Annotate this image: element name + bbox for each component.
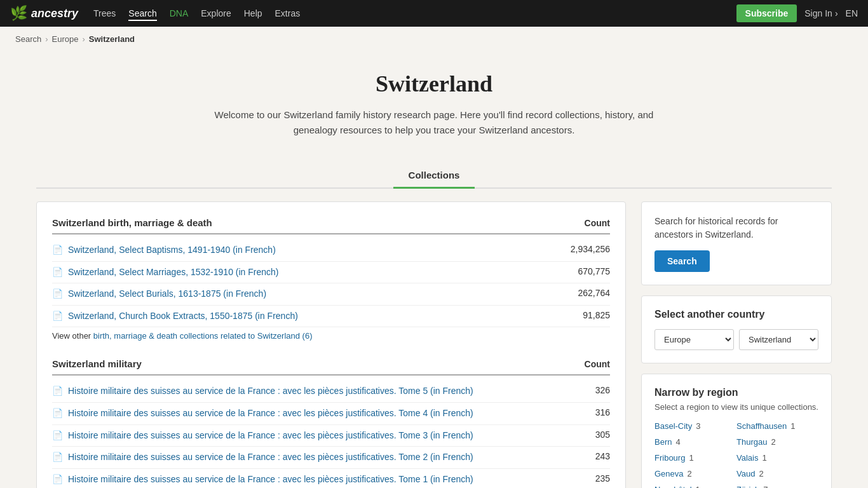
breadcrumb-current: Switzerland xyxy=(89,34,135,44)
birth-row-4: 📄 Switzerland, Church Book Extracts, 155… xyxy=(52,306,610,328)
right-panel: Search for historical records for ancest… xyxy=(641,201,832,488)
subscribe-button[interactable]: Subscribe xyxy=(736,4,797,22)
region-cell-basel: Basel-City 3 xyxy=(654,419,736,433)
military-row-2: 📄 Histoire militaire des suisses au serv… xyxy=(52,403,610,425)
birth-view-other: View other birth, marriage & death colle… xyxy=(52,331,610,341)
nav-explore[interactable]: Explore xyxy=(201,6,231,21)
birth-row-1: 📄 Switzerland, Select Baptisms, 1491-194… xyxy=(52,240,610,262)
region-cell-neuchatel: Neuchâtel 1 xyxy=(654,483,736,488)
region-count-basel: 3 xyxy=(696,421,700,431)
region-grid: Basel-City 3 Schaffhausen 1 Bern 4 Thurg… xyxy=(654,419,818,488)
military-count-3: 305 xyxy=(585,430,610,440)
main-content: Switzerland Welcome to our Switzerland f… xyxy=(21,51,847,488)
region-count-schaffhausen: 1 xyxy=(790,421,795,431)
military-link-1[interactable]: Histoire militaire des suisses au servic… xyxy=(68,385,473,398)
region-link-zurich[interactable]: Zürich xyxy=(736,485,759,488)
birth-row-3: 📄 Switzerland, Select Burials, 1613-1875… xyxy=(52,283,610,306)
military-count-4: 243 xyxy=(585,451,610,461)
military-row-3: 📄 Histoire militaire des suisses au serv… xyxy=(52,425,610,447)
military-link-4[interactable]: Histoire militaire des suisses au servic… xyxy=(68,451,473,464)
region-link-basel[interactable]: Basel-City xyxy=(654,421,692,431)
birth-count-header: Count xyxy=(585,218,610,228)
hero-section: Switzerland Welcome to our Switzerland f… xyxy=(36,51,832,151)
military-section: Switzerland military Count 📄 Histoire mi… xyxy=(52,358,610,488)
content-area: Switzerland birth, marriage & death Coun… xyxy=(36,201,832,488)
birth-link-3[interactable]: Switzerland, Select Burials, 1613-1875 (… xyxy=(68,288,266,301)
military-row-1: 📄 Histoire militaire des suisses au serv… xyxy=(52,381,610,403)
region-count-vaud: 2 xyxy=(759,469,763,478)
birth-section-title: Switzerland birth, marriage & death xyxy=(52,217,212,228)
region-link-neuchatel[interactable]: Neuchâtel xyxy=(654,485,692,488)
doc-icon-m3: 📄 xyxy=(52,430,63,440)
region-link-thurgau[interactable]: Thurgau xyxy=(736,437,767,447)
region-cell-zurich: Zürich 7 xyxy=(736,483,818,488)
breadcrumb-sep-2: › xyxy=(82,34,85,44)
breadcrumb-europe[interactable]: Europe xyxy=(52,34,79,44)
region-cell-vaud: Vaud 2 xyxy=(736,467,818,480)
military-link-2[interactable]: Histoire militaire des suisses au servic… xyxy=(68,407,473,420)
birth-view-other-link[interactable]: birth, marriage & death collections rela… xyxy=(93,331,313,341)
region-cell-bern: Bern 4 xyxy=(654,435,736,449)
military-section-header: Switzerland military Count xyxy=(52,358,610,376)
region-link-vaud[interactable]: Vaud xyxy=(736,469,755,478)
signin-arrow: › xyxy=(835,8,838,18)
region-link-fribourg[interactable]: Fribourg xyxy=(654,453,685,463)
selects-row: Europe Switzerland xyxy=(654,329,818,350)
logo[interactable]: 🌿 ancestry xyxy=(10,5,78,22)
region-count-neuchatel: 1 xyxy=(696,485,700,488)
breadcrumb: Search › Europe › Switzerland xyxy=(0,27,868,51)
birth-row-2: 📄 Switzerland, Select Marriages, 1532-19… xyxy=(52,262,610,284)
military-link-5[interactable]: Histoire militaire des suisses au servic… xyxy=(68,473,473,486)
region-link-valais[interactable]: Valais xyxy=(736,453,758,463)
region-cell-fribourg: Fribourg 1 xyxy=(654,451,736,464)
military-count-1: 326 xyxy=(585,385,610,395)
hero-description: Welcome to our Switzerland family histor… xyxy=(205,107,663,138)
nav-search[interactable]: Search xyxy=(128,6,156,21)
region-cell-thurgau: Thurgau 2 xyxy=(736,435,818,449)
region-link-bern[interactable]: Bern xyxy=(654,437,672,447)
continent-select[interactable]: Europe xyxy=(654,329,734,350)
left-panel: Switzerland birth, marriage & death Coun… xyxy=(36,201,626,488)
select-country-title: Select another country xyxy=(654,309,818,320)
region-link-schaffhausen[interactable]: Schaffhausen xyxy=(736,421,787,431)
signin-label: Sign In xyxy=(804,8,832,18)
birth-link-1[interactable]: Switzerland, Select Baptisms, 1491-1940 … xyxy=(68,244,276,257)
military-count-5: 235 xyxy=(585,473,610,484)
nav-trees[interactable]: Trees xyxy=(93,6,116,21)
doc-icon-m4: 📄 xyxy=(52,452,63,462)
doc-icon-m2: 📄 xyxy=(52,408,63,418)
nav-help[interactable]: Help xyxy=(244,6,262,21)
region-cell-valais: Valais 1 xyxy=(736,451,818,464)
birth-link-4[interactable]: Switzerland, Church Book Extracts, 1550-… xyxy=(68,310,298,323)
breadcrumb-search[interactable]: Search xyxy=(15,34,41,44)
military-link-3[interactable]: Histoire militaire des suisses au servic… xyxy=(68,430,473,442)
nav-extras[interactable]: Extras xyxy=(275,6,301,21)
region-link-geneva[interactable]: Geneva xyxy=(654,469,684,478)
nav-right: Subscribe Sign In › EN xyxy=(736,4,858,22)
navigation: 🌿 ancestry Trees Search DNA Explore Help… xyxy=(0,0,868,27)
doc-icon-m1: 📄 xyxy=(52,386,63,396)
doc-icon-m5: 📄 xyxy=(52,474,63,484)
military-section-title: Switzerland military xyxy=(52,358,142,369)
birth-count-4: 91,825 xyxy=(573,310,610,320)
country-select[interactable]: Switzerland xyxy=(739,329,818,350)
birth-section-header: Switzerland birth, marriage & death Coun… xyxy=(52,217,610,234)
signin-button[interactable]: Sign In › xyxy=(804,8,837,18)
region-cell-geneva: Geneva 2 xyxy=(654,467,736,480)
military-row-4: 📄 Histoire militaire des suisses au serv… xyxy=(52,447,610,469)
nav-dna[interactable]: DNA xyxy=(170,6,189,21)
birth-link-2[interactable]: Switzerland, Select Marriages, 1532-1910… xyxy=(68,266,279,279)
birth-count-1: 2,934,256 xyxy=(560,244,610,254)
military-row-5: 📄 Histoire militaire des suisses au serv… xyxy=(52,469,610,488)
search-button[interactable]: Search xyxy=(654,250,710,272)
page-title: Switzerland xyxy=(36,71,832,97)
language-selector[interactable]: EN xyxy=(846,8,858,18)
breadcrumb-sep-1: › xyxy=(45,34,48,44)
doc-icon-4: 📄 xyxy=(52,311,63,321)
doc-icon-2: 📄 xyxy=(52,267,63,277)
tab-collections[interactable]: Collections xyxy=(393,163,475,189)
region-count-fribourg: 1 xyxy=(689,453,693,463)
birth-view-other-prefix: View other xyxy=(52,331,91,341)
search-card: Search for historical records for ancest… xyxy=(641,201,832,285)
narrow-region-title: Narrow by region xyxy=(654,387,818,398)
